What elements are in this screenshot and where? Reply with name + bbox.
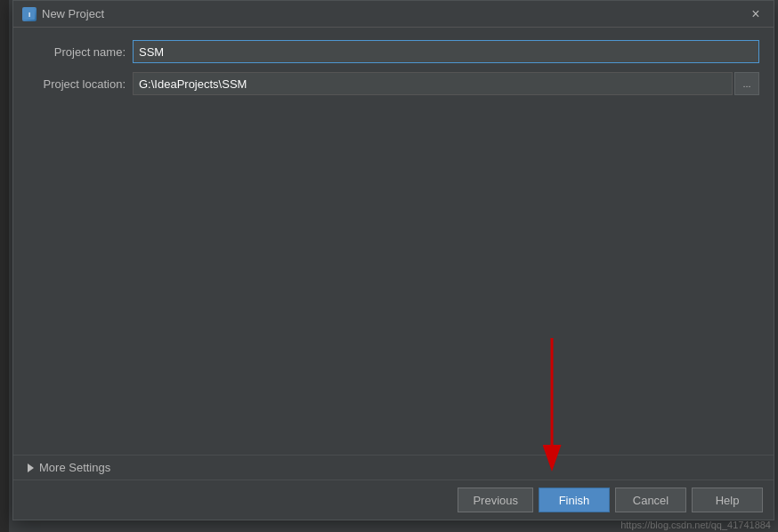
help-button[interactable]: Help (692, 488, 763, 512)
dialog-icon: I (22, 7, 36, 21)
dialog-overlay: I New Project × Project name: Project lo… (9, 0, 778, 532)
dialog-footer: Previous Finish Cancel Help (13, 480, 774, 520)
more-settings-row[interactable]: More Settings (13, 455, 774, 480)
finish-button[interactable]: Finish (539, 488, 610, 512)
left-strip (0, 0, 9, 532)
svg-text:I: I (28, 11, 30, 19)
project-name-label: Project name: (28, 45, 126, 59)
project-location-input[interactable] (133, 72, 733, 95)
project-location-row: Project location: ... (28, 72, 759, 95)
previous-button[interactable]: Previous (458, 488, 533, 512)
more-settings-triangle-icon (28, 463, 34, 472)
main-content-area (13, 117, 774, 455)
browse-button[interactable]: ... (734, 72, 759, 95)
project-name-input[interactable] (133, 40, 759, 63)
location-input-group: ... (133, 72, 759, 95)
project-name-row: Project name: (28, 40, 759, 63)
dialog-titlebar: I New Project × (13, 1, 774, 28)
dialog-title: New Project (42, 7, 104, 20)
titlebar-left: I New Project (22, 7, 104, 21)
new-project-dialog: I New Project × Project name: Project lo… (12, 0, 774, 520)
project-location-label: Project location: (28, 77, 126, 91)
more-settings-label: More Settings (39, 461, 110, 474)
cancel-button[interactable]: Cancel (615, 488, 686, 512)
dialog-body: Project name: Project location: ... (13, 28, 774, 117)
close-button[interactable]: × (747, 5, 765, 23)
